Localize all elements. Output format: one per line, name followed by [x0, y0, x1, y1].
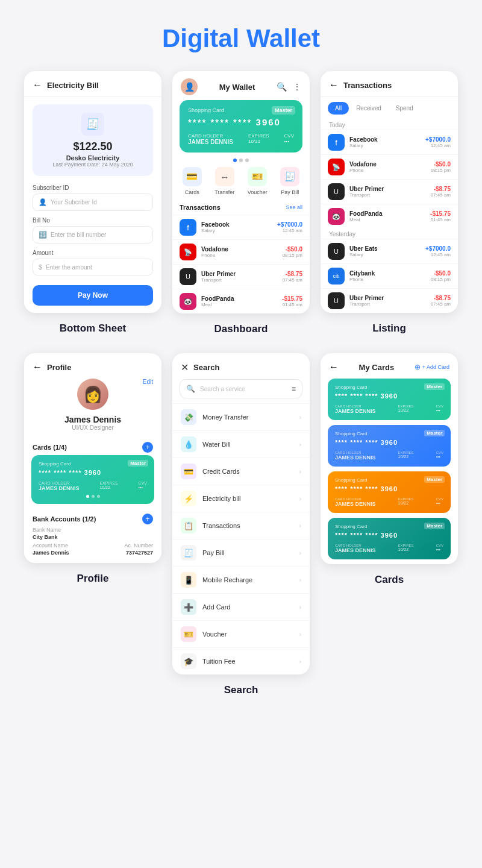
- mobile-recharge-icon: 📱: [181, 572, 196, 588]
- voucher-icon: 🎫: [181, 626, 196, 642]
- bs-header: ← Electricity Bill: [24, 71, 161, 97]
- title-blue: Wallet: [246, 24, 320, 52]
- bs-amount-box: 🧾 $122.50 Desko Electricity Last Payment…: [33, 104, 153, 176]
- cards-back-arrow[interactable]: ←: [329, 362, 339, 373]
- tuition-fee-icon: 🎓: [181, 653, 196, 669]
- tab-spend[interactable]: Spend: [389, 102, 421, 115]
- dot-3: [245, 159, 249, 162]
- chevron-right-icon: ›: [299, 495, 301, 502]
- add-bank-button[interactable]: +: [142, 514, 153, 524]
- search-electricity-bill[interactable]: ⚡ Electricity bill ›: [172, 485, 310, 512]
- list-header: ← Transactions: [321, 71, 458, 97]
- close-icon[interactable]: ✕: [181, 362, 189, 373]
- profile-role: UI/UX Designer: [72, 424, 113, 431]
- search-credit-cards[interactable]: 💳 Credit Cards ›: [172, 458, 310, 485]
- top-row: ← Electricity Bill 🧾 $122.50 Desko Elect…: [0, 71, 482, 347]
- card-dots: [172, 159, 310, 162]
- card-meta: CARD HOLDER JAMES DENNIS EXPIRES 10/22 C…: [188, 133, 294, 145]
- bill-no-input[interactable]: 🔢 Enter the bill number: [33, 226, 153, 244]
- vodafone-logo: 📡: [180, 244, 196, 260]
- card-blue: Master Shopping Card **** **** **** 3960…: [328, 425, 451, 467]
- profile-header: ← Profile: [24, 353, 161, 379]
- pmc-dot-3: [97, 495, 100, 498]
- card-orange: Master Shopping Card **** **** **** 3960…: [328, 471, 451, 513]
- dashboard-screen: 👤 My Wallet 🔍 ⋮ Shopping Card **** **** …: [172, 71, 310, 313]
- tab-all[interactable]: All: [328, 102, 349, 115]
- title-black: Digital: [162, 24, 239, 52]
- profile-back-arrow[interactable]: ←: [33, 362, 42, 373]
- electricity-bill-icon: ⚡: [181, 491, 196, 506]
- cards-title: My Cards: [359, 363, 395, 372]
- yesterday-label: Yesterday: [321, 228, 458, 239]
- subscriber-id-label: Subscriber ID: [33, 184, 153, 191]
- cards-section-header: Cards (1/4) +: [24, 437, 161, 455]
- bottom-sheet-label: Bottom Sheet: [60, 313, 127, 341]
- ci-number-3: **** **** **** 3960: [335, 485, 443, 492]
- search-tuition-fee[interactable]: 🎓 Tuition Fee ›: [172, 647, 310, 675]
- pay-bill-icon: 🧾: [280, 167, 299, 186]
- cvv-val: •••: [284, 139, 294, 144]
- chevron-right-icon: ›: [299, 604, 301, 611]
- amount-field-label: Amount: [33, 250, 153, 256]
- profile-screen: ← Profile Edit 👩 James Dennis UI/UX Desi…: [24, 353, 161, 563]
- cards-label: Cards: [375, 564, 404, 592]
- search-bar[interactable]: 🔍 Search a service ≡: [180, 379, 302, 398]
- edit-button[interactable]: Edit: [143, 379, 153, 385]
- back-arrow-icon[interactable]: ←: [33, 80, 42, 90]
- pmc-meta: CARD HOLDER JAMES DENNIS EXPIRES 10/22 C…: [39, 481, 147, 491]
- bank-name-label: Bank Name: [33, 527, 61, 533]
- chevron-right-icon: ›: [299, 523, 301, 529]
- list-back-arrow[interactable]: ←: [329, 80, 339, 90]
- cards-action[interactable]: 💳 Cards: [183, 167, 202, 195]
- transactions-icon: 📋: [181, 518, 196, 533]
- cards-section-title: Cards (1/4): [33, 444, 67, 451]
- voucher-action[interactable]: 🎫 Voucher: [248, 167, 268, 195]
- listing-label: Listing: [372, 313, 406, 341]
- ci-type-1: Shopping Card: [335, 385, 443, 390]
- list-title: Transactions: [343, 81, 392, 90]
- search-bar-icon: 🔍: [186, 385, 195, 393]
- list-tx-uber: U Uber Primer Transport -$8.75 07:45 am: [321, 179, 458, 204]
- list-uber2-logo: U: [328, 292, 345, 309]
- tx-uber: U Uber Primer Transport -$8.75 07:45 am: [172, 264, 310, 289]
- ac-number-label: Ac. Number: [124, 542, 153, 549]
- search-transactions[interactable]: 📋 Transactions ›: [172, 512, 310, 539]
- subscriber-id-input[interactable]: 👤 Your Subcriber Id: [33, 193, 153, 211]
- tab-received[interactable]: Received: [349, 102, 389, 115]
- more-icon[interactable]: ⋮: [293, 82, 301, 92]
- amount-input[interactable]: $ Enter the amount: [33, 259, 153, 275]
- ci-number-4: **** **** **** 3960: [335, 532, 443, 539]
- add-card-button[interactable]: ⊕ + Add Card: [415, 363, 449, 371]
- list-tabs: All Received Spend: [321, 97, 458, 119]
- search-pay-bill[interactable]: 🧾 Pay Bill ›: [172, 539, 310, 566]
- pay-now-button[interactable]: Pay Now: [33, 285, 153, 306]
- search-water-bill[interactable]: 💧 Water Bill ›: [172, 430, 310, 458]
- search-mobile-recharge[interactable]: 📱 Mobile Recharge ›: [172, 566, 310, 593]
- chevron-right-icon: ›: [299, 631, 301, 638]
- cvv-label: CVV: [284, 133, 294, 139]
- search-add-card[interactable]: ➕ Add Card ›: [172, 593, 310, 620]
- card-teal: Master Shopping Card **** **** **** 3960…: [328, 518, 451, 559]
- see-all-link[interactable]: See all: [286, 204, 302, 210]
- add-card-button[interactable]: +: [142, 442, 153, 453]
- search-money-transfer[interactable]: 💸 Money Transfer ›: [172, 403, 310, 430]
- ci-number-2: **** **** **** 3960: [335, 439, 443, 446]
- transfer-action[interactable]: ↔️ Transfer: [214, 167, 234, 195]
- search-icon[interactable]: 🔍: [277, 82, 287, 92]
- card-number: **** **** **** 3960: [188, 117, 294, 127]
- list-vodafone-logo: 📡: [328, 159, 345, 175]
- credit-cards-icon: 💳: [181, 464, 196, 479]
- bank-section: Bank Name City Bank Account Name Ac. Num…: [24, 527, 161, 563]
- search-voucher[interactable]: 🎫 Voucher ›: [172, 620, 310, 647]
- filter-icon[interactable]: ≡: [292, 385, 296, 393]
- ci-type-4: Shopping Card: [335, 524, 443, 529]
- account-name-val: James Dennis: [33, 550, 69, 556]
- search-screen: ✕ Search 🔍 Search a service ≡ 💸 Money Tr…: [172, 353, 310, 675]
- pmc-dot-1: [86, 495, 89, 498]
- ci-number-1: **** **** **** 3960: [335, 392, 443, 400]
- list-tx-facebook: f Facebook Salary +$7000.0 12:45 am: [321, 130, 458, 154]
- dash-actions: 💳 Cards ↔️ Transfer 🎫 Voucher 🧾 Pay Bill: [172, 167, 310, 201]
- bank-name-val: City Bank: [33, 534, 58, 540]
- pay-bill-action[interactable]: 🧾 Pay Bill: [280, 167, 299, 195]
- dot-1: [233, 159, 237, 162]
